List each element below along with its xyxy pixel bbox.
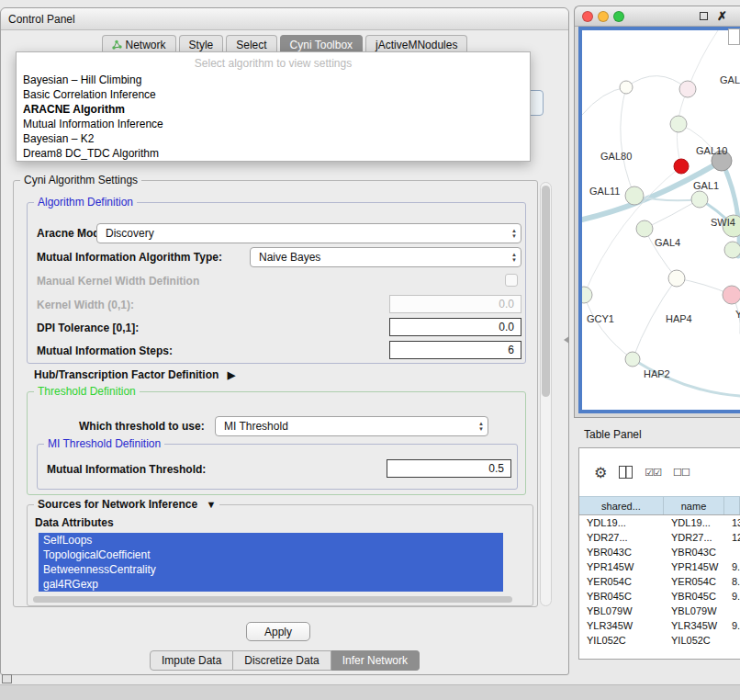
network-node[interactable] bbox=[582, 287, 592, 303]
dpi-tolerance-field[interactable]: 0.0 bbox=[389, 318, 521, 336]
mi-type-combo[interactable]: Naive Bayes bbox=[250, 247, 521, 267]
table-row[interactable]: YIL052CYIL052C bbox=[579, 633, 740, 648]
column-header[interactable]: shared... bbox=[579, 497, 664, 514]
select-all-rows-icon[interactable]: ☑☑ bbox=[645, 467, 661, 479]
mi-threshold-field[interactable]: 0.5 bbox=[387, 459, 511, 478]
dpi-tolerance-value: 0.0 bbox=[499, 321, 514, 333]
horizontal-scrollbar-thumb[interactable] bbox=[33, 596, 512, 603]
network-edge[interactable] bbox=[582, 87, 626, 115]
table-cell: YDR27... bbox=[579, 532, 664, 543]
which-threshold-value: MI Threshold bbox=[224, 420, 288, 433]
algorithm-option[interactable]: Bayesian – Hill Climbing bbox=[17, 73, 530, 87]
apply-button[interactable]: Apply bbox=[246, 622, 310, 641]
bottom-tab-discretize-data[interactable]: Discretize Data bbox=[233, 650, 331, 671]
bottom-tab-infer-network[interactable]: Infer Network bbox=[331, 650, 420, 671]
network-node[interactable] bbox=[679, 81, 696, 97]
node-label: SWI4 bbox=[711, 217, 735, 228]
kernel-width-field[interactable]: 0.0 bbox=[389, 295, 521, 313]
table-row[interactable]: YDL19...YDL19...13 bbox=[579, 515, 740, 530]
aracne-mode-combo[interactable]: Discovery bbox=[96, 223, 521, 243]
mi-steps-field[interactable]: 6 bbox=[389, 341, 521, 359]
node-label: Y bbox=[735, 309, 740, 320]
settings-scrollbar-thumb[interactable] bbox=[542, 186, 550, 397]
network-node[interactable] bbox=[724, 242, 740, 258]
table-row[interactable]: YBR045CYBR045C9. bbox=[579, 589, 740, 604]
minimized-window-icon[interactable] bbox=[2, 674, 12, 683]
table-row[interactable]: YLR345WYLR345W9. bbox=[579, 618, 740, 633]
control-panel-titlebar: Control Panel bbox=[1, 8, 568, 30]
network-node[interactable] bbox=[625, 352, 640, 367]
sources-section-toggle[interactable]: Sources for Network Inference ▼ bbox=[34, 498, 219, 511]
algorithm-option[interactable]: Dream8 DC_TDC Algorithm bbox=[17, 146, 530, 161]
zoom-traffic-light[interactable] bbox=[613, 11, 624, 22]
network-scroll-corner[interactable] bbox=[728, 28, 740, 45]
table-row[interactable]: YBL079WYBL079W bbox=[579, 604, 740, 618]
column-header[interactable] bbox=[724, 497, 740, 514]
algorithm-option[interactable]: Basic Correlation Inference bbox=[17, 87, 530, 102]
algorithm-option[interactable]: Mutual Information Inference bbox=[17, 117, 530, 131]
table-row[interactable]: YER054CYER054C8. bbox=[579, 574, 740, 589]
table-row[interactable]: YPR145WYPR145W9. bbox=[579, 559, 740, 574]
collapsed-arrow-icon: ▶ bbox=[228, 369, 235, 380]
minimize-traffic-light[interactable] bbox=[598, 11, 609, 22]
cyni-bottom-tabs: Impute DataDiscretize DataInfer Network bbox=[1, 650, 568, 671]
attribute-item[interactable]: TopologicalCoefficient bbox=[39, 548, 503, 562]
sources-group: Sources for Network Inference ▼ Data Att… bbox=[27, 504, 533, 606]
network-edge[interactable] bbox=[645, 199, 700, 229]
table-cell: YBL079W bbox=[579, 605, 664, 616]
deselect-all-rows-icon[interactable]: ☐☐ bbox=[673, 467, 690, 479]
float-window-icon[interactable] bbox=[700, 12, 708, 20]
column-header[interactable]: name bbox=[664, 497, 724, 514]
table-cell: YBR043C bbox=[579, 547, 664, 558]
algorithm-option[interactable]: Bayesian – K2 bbox=[17, 131, 530, 146]
attribute-item[interactable]: gal4RGexp bbox=[39, 577, 503, 592]
network-edge[interactable] bbox=[626, 75, 688, 89]
network-canvas[interactable]: GAL80GAL10GAL11GAL1SWI4GAL4GCY1HAP4HAP2G… bbox=[582, 30, 740, 410]
table-cell: YBL079W bbox=[664, 605, 724, 616]
table-cell: YDL19... bbox=[664, 517, 724, 528]
hub-section-toggle[interactable]: Hub/Transcription Factor Definition ▶ bbox=[34, 368, 235, 381]
algorithm-option[interactable]: ARACNE Algorithm bbox=[17, 102, 530, 117]
table-cell: YPR145W bbox=[664, 561, 724, 572]
algorithm-definition-title: Algorithm Definition bbox=[34, 196, 137, 209]
mi-threshold-group: MI Threshold Definition Mutual Informati… bbox=[37, 444, 518, 490]
network-graph: GAL80GAL10GAL11GAL1SWI4GAL4GCY1HAP4HAP2G… bbox=[582, 30, 740, 410]
network-node[interactable] bbox=[636, 220, 653, 237]
network-node[interactable] bbox=[668, 270, 685, 287]
bottom-tab-impute-data[interactable]: Impute Data bbox=[150, 650, 233, 671]
network-node[interactable] bbox=[625, 186, 644, 205]
threshold-definition-group: Threshold Definition Which threshold to … bbox=[27, 391, 526, 495]
attribute-item[interactable]: SelfLoops bbox=[39, 533, 503, 548]
attribute-item[interactable]: BetweennessCentrality bbox=[39, 562, 503, 577]
manual-kernel-label: Manual Kernel Width Definition bbox=[37, 275, 199, 288]
table-row[interactable]: YDR27...YDR27...12 bbox=[579, 530, 740, 545]
node-label: GAL bbox=[720, 74, 740, 85]
table-panel-title: Table Panel bbox=[584, 428, 642, 441]
network-edge[interactable] bbox=[621, 87, 634, 196]
network-icon bbox=[112, 40, 122, 50]
node-label: GAL11 bbox=[589, 186, 620, 197]
network-node[interactable] bbox=[723, 286, 740, 304]
close-traffic-light[interactable] bbox=[582, 11, 593, 22]
node-label: GAL80 bbox=[600, 151, 632, 162]
panel-collapse-arrow-icon[interactable] bbox=[564, 336, 569, 344]
tab-label: Cyni Toolbox bbox=[290, 39, 353, 51]
close-window-icon[interactable]: ✗ bbox=[717, 11, 727, 22]
data-attributes-list: SelfLoopsTopologicalCoefficientBetweenne… bbox=[39, 533, 503, 592]
settings-vertical-scrollbar[interactable] bbox=[540, 182, 552, 606]
network-node[interactable] bbox=[691, 191, 708, 208]
network-node[interactable] bbox=[620, 81, 633, 94]
which-threshold-combo[interactable]: MI Threshold bbox=[215, 416, 488, 436]
network-node[interactable] bbox=[674, 159, 689, 174]
manual-kernel-checkbox[interactable] bbox=[505, 274, 518, 287]
table-body: YDL19...YDL19...13YDR27...YDR27...12YBR0… bbox=[579, 515, 740, 648]
table-row[interactable]: YBR043CYBR043C bbox=[579, 545, 740, 559]
horizontal-scrollbar[interactable] bbox=[31, 595, 531, 604]
threshold-definition-title: Threshold Definition bbox=[34, 385, 140, 398]
network-edge[interactable] bbox=[584, 295, 633, 359]
columns-icon[interactable] bbox=[619, 466, 633, 479]
gear-icon[interactable]: ⚙ bbox=[594, 464, 607, 481]
network-edge[interactable] bbox=[688, 30, 718, 89]
table-cell: 9. bbox=[724, 561, 740, 572]
network-node[interactable] bbox=[670, 116, 687, 132]
